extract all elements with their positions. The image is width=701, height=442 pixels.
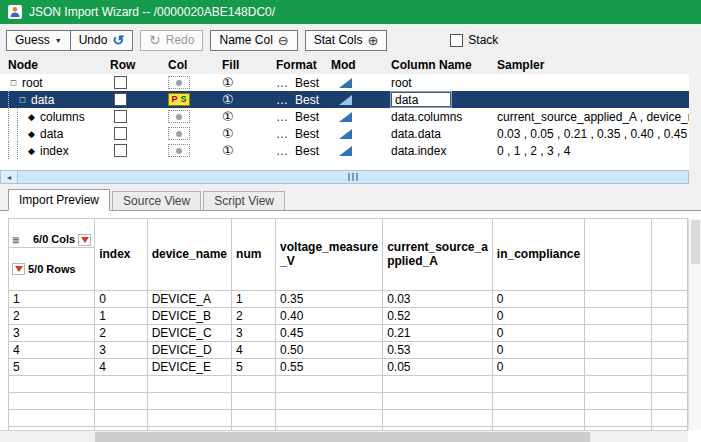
columns-red-triangle-button[interactable] [78,234,91,246]
title-bar: JSON Import Wizard -- /0000020ABE148DC0/ [0,0,701,24]
tree-horizontal-scrollbar[interactable]: ◄ [0,170,689,184]
row-checkbox[interactable] [114,144,127,157]
tree-row-data[interactable]: □ data PS ① …Best data [0,91,689,108]
fill-count-icon[interactable]: ① [222,127,234,140]
col-icon[interactable] [168,76,190,89]
cell: 2 [232,308,276,325]
cell: 0 [492,342,584,359]
cell: 0.53 [383,342,493,359]
name-col-label: Name Col [219,33,272,47]
redo-button[interactable]: ↻ Redo [141,31,202,50]
scrollbar-thumb[interactable] [691,220,700,264]
format-ellipsis-button[interactable]: … [276,127,288,141]
table-row: 4 3 DEVICE_D 4 0.50 0.53 0 [9,342,688,359]
scrollbar-thumb[interactable] [95,432,590,442]
column-header-voltage-measure-v: voltage_measure _V [276,219,383,291]
scrollbar-thumb[interactable] [17,171,688,183]
row-number: 2 [9,308,95,325]
column-name-text: data.data [391,127,441,141]
row-checkbox[interactable] [114,93,127,106]
tree-guide [17,125,26,142]
col-icon[interactable] [168,110,190,123]
tree-header-node: Node [0,58,102,72]
toolbar: Guess ▼ Undo ↺ ↻ Redo Name Col ⊖ Stat Co… [0,24,701,56]
guess-undo-group: Guess ▼ Undo ↺ [6,30,133,51]
stat-cols-label: Stat Cols [314,33,363,47]
modeling-type-icon[interactable] [339,112,352,122]
column-name-input[interactable]: data [391,92,451,107]
row-number: 4 [9,342,95,359]
column-header-empty [651,219,687,291]
format-value[interactable]: Best [295,127,319,141]
tab-source-view[interactable]: Source View [112,191,201,210]
cell: 0.35 [276,291,383,308]
fill-count-icon[interactable]: ① [222,110,234,123]
red-triangle-icon [81,237,89,243]
tree-guide [8,142,17,159]
columns-panel: ≣ 6/0 Cols [9,233,94,248]
cell: 0 [95,291,148,308]
format-value[interactable]: Best [295,93,319,107]
stat-cols-button[interactable]: Stat Cols ⊕ [306,31,387,50]
node-bullet: ◆ [26,129,37,139]
undo-button[interactable]: Undo ↺ [70,31,132,50]
modeling-type-icon[interactable] [339,146,352,156]
table-row: 3 2 DEVICE_C 3 0.45 0.21 0 [9,325,688,342]
row-checkbox[interactable] [114,76,127,89]
scroll-left-icon[interactable]: ◄ [1,171,17,183]
sampler-text: current_source_applied_A , device_nam [489,108,689,125]
guess-label: Guess [15,33,50,47]
tree-guide [8,125,17,142]
column-header-current-source-applied-a: current_source_a pplied_A [383,219,493,291]
format-ellipsis-button[interactable]: … [276,110,288,124]
tree-header-column-name: Column Name [383,58,489,72]
tab-script-view[interactable]: Script View [203,191,285,210]
tree-row-data-data[interactable]: ◆ data ① …Best data.data 0.03 , 0.05 , 0… [0,125,689,142]
minus-circle-icon: ⊖ [278,34,289,47]
tree-guide [8,108,17,125]
sampler-text: 0 , 1 , 2 , 3 , 4 [489,142,689,159]
tab-import-preview[interactable]: Import Preview [8,189,110,211]
col-icon[interactable] [168,144,190,157]
cell: 0.05 [383,359,493,376]
stack-checkbox[interactable] [450,34,463,47]
stat-cols-group: Stat Cols ⊕ [305,30,388,51]
tree-row-index[interactable]: ◆ index ① …Best data.index 0 , 1 , 2 , 3… [0,142,689,159]
fill-count-icon[interactable]: ① [222,93,234,106]
fill-count-icon[interactable]: ① [222,76,234,89]
tree-row-columns[interactable]: ◆ columns ① …Best data.columns current_s… [0,108,689,125]
format-ellipsis-button[interactable]: … [276,144,288,158]
name-col-group: Name Col ⊖ [210,30,297,51]
rows-red-triangle-button[interactable] [12,263,25,275]
rows-badge: 5/0 Rows [28,263,76,276]
cell: 4 [95,359,148,376]
col-icon[interactable] [168,127,190,140]
import-preview-panel: ≣ 6/0 Cols 5/0 Rows index device_name nu… [0,211,701,442]
format-ellipsis-button[interactable]: … [276,93,288,107]
cell-empty [651,308,687,325]
tree-guide [17,108,26,125]
cell: 0 [492,308,584,325]
preview-horizontal-scrollbar[interactable] [0,430,688,442]
col-icon-pivot-stack[interactable]: PS [168,93,190,106]
column-header-empty [585,219,651,291]
badge-p: P [171,95,177,104]
format-value[interactable]: Best [295,76,319,90]
plus-circle-icon: ⊕ [367,34,378,47]
row-checkbox[interactable] [114,127,127,140]
modeling-type-icon[interactable] [339,78,352,88]
node-label: index [40,144,69,158]
fill-count-icon[interactable]: ① [222,144,234,157]
format-value[interactable]: Best [295,144,319,158]
cell: 1 [95,308,148,325]
row-checkbox[interactable] [114,110,127,123]
guess-button[interactable]: Guess ▼ [7,31,70,50]
format-ellipsis-button[interactable]: … [276,76,288,90]
modeling-type-icon[interactable] [339,95,352,105]
format-value[interactable]: Best [295,110,319,124]
modeling-type-icon[interactable] [339,129,352,139]
cell: 4 [232,342,276,359]
name-col-button[interactable]: Name Col ⊖ [211,31,296,50]
preview-vertical-scrollbar[interactable] [688,218,701,430]
tree-row-root[interactable]: □ root ① …Best root [0,74,689,91]
